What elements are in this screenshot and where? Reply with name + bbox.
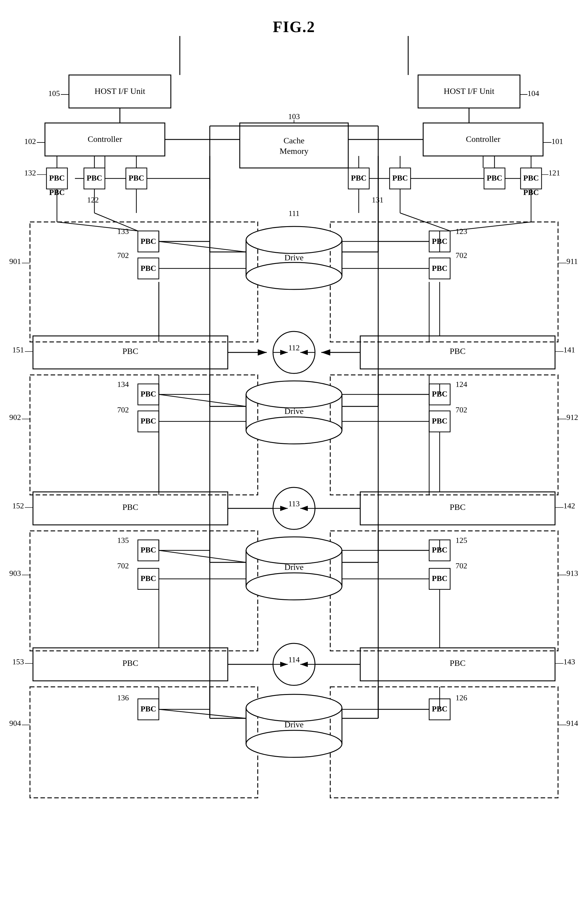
svg-text:PBC: PBC (140, 546, 156, 554)
ref-123: 123 (456, 227, 467, 236)
svg-point-80 (246, 417, 342, 444)
ref-914: 914 (566, 719, 578, 728)
svg-text:PBC: PBC (49, 174, 65, 182)
svg-point-145 (246, 694, 342, 721)
svg-text:PBC: PBC (129, 174, 144, 182)
svg-line-91 (159, 394, 246, 407)
svg-line-199 (57, 222, 138, 231)
svg-point-46 (246, 262, 342, 290)
page: FIG.2 HOST I/F Unit 105 (0, 0, 588, 901)
controller-right-label: Controller (466, 134, 501, 144)
ref-102: 102 (24, 137, 36, 146)
ref-125: 125 (456, 536, 467, 545)
ref-122: 122 (87, 196, 99, 204)
ref-114: 114 (288, 655, 300, 664)
pbc-151-label: PBC (123, 346, 138, 356)
ref-912: 912 (566, 413, 578, 422)
cache-memory-label: Cache (283, 136, 305, 145)
ref-702-lb: 702 (117, 561, 129, 570)
ref-134: 134 (117, 380, 129, 389)
svg-text:PBC: PBC (487, 174, 502, 182)
svg-point-112 (246, 537, 342, 564)
svg-line-57 (159, 242, 246, 252)
diagram-container: HOST I/F Unit 105 HOST I/F Unit 104 Cont… (0, 36, 588, 894)
ref-901: 901 (9, 257, 21, 266)
ref-143: 143 (563, 658, 575, 666)
pbc-141-label: PBC (450, 346, 466, 356)
ref-126: 126 (456, 694, 467, 702)
svg-point-45 (246, 226, 342, 253)
ref-135: 135 (117, 536, 129, 545)
svg-line-153 (159, 709, 246, 719)
ref-105: 105 (48, 89, 60, 98)
ref-902: 902 (9, 413, 21, 422)
drive-3-label: Drive (285, 563, 303, 572)
svg-text:PBC: PBC (432, 416, 448, 425)
drive-2-label: Drive (285, 407, 303, 416)
svg-text:PBC: PBC (140, 237, 156, 246)
svg-line-124 (159, 550, 246, 563)
ref-112: 112 (288, 343, 300, 352)
pbc-142-label: PBC (450, 502, 466, 512)
ref-904: 904 (9, 719, 21, 728)
ref-913: 913 (566, 569, 578, 578)
ref-124: 124 (456, 380, 467, 389)
ref-141: 141 (563, 346, 575, 354)
svg-point-79 (246, 381, 342, 408)
ref-142: 142 (563, 502, 575, 510)
ref-101: 101 (551, 137, 563, 146)
svg-rect-12 (240, 123, 348, 168)
ref-152: 152 (12, 502, 24, 510)
pbc-153-label: PBC (123, 658, 138, 668)
ref-702-rb: 702 (456, 561, 467, 570)
svg-text:PBC: PBC (523, 174, 539, 182)
svg-rect-143 (330, 687, 558, 798)
ref-702-lm: 702 (117, 405, 129, 414)
svg-point-146 (246, 730, 342, 757)
svg-text:PBC: PBC (140, 574, 156, 583)
diagram-svg: HOST I/F Unit 105 HOST I/F Unit 104 Cont… (0, 36, 588, 894)
cache-memory-label2: Memory (280, 147, 308, 156)
pbc-152-label: PBC (123, 502, 138, 512)
svg-text:PBC: PBC (140, 390, 156, 398)
svg-text:PBC: PBC (87, 174, 102, 182)
host-if-left-label: HOST I/F Unit (94, 86, 145, 96)
drive-4-label: Drive (285, 720, 303, 729)
svg-point-113 (246, 573, 342, 600)
ref-702-rt: 702 (456, 251, 467, 260)
controller-left-label: Controller (87, 134, 122, 144)
ref-151: 151 (12, 346, 24, 354)
ref-121: 121 (548, 168, 560, 177)
ref-103: 103 (288, 112, 300, 121)
ref-153: 153 (12, 658, 24, 666)
drive-1-label: Drive (285, 253, 303, 262)
ref-132: 132 (24, 168, 36, 177)
svg-text:PBC: PBC (351, 174, 367, 182)
ref-903: 903 (9, 569, 21, 578)
ref-702-rm: 702 (456, 405, 467, 414)
svg-text:PBC: PBC (392, 174, 408, 182)
ref-113: 113 (288, 499, 300, 508)
ref-911: 911 (566, 257, 578, 266)
svg-text:PBC: PBC (432, 574, 448, 583)
ref-111: 111 (288, 209, 299, 218)
ref-133: 133 (117, 227, 129, 236)
svg-text:PBC: PBC (432, 264, 448, 273)
svg-rect-141 (30, 687, 258, 798)
svg-line-202 (450, 222, 531, 231)
svg-text:PBC: PBC (140, 705, 156, 713)
ref-104: 104 (527, 89, 539, 98)
figure-title: FIG.2 (0, 0, 588, 36)
pbc-143-label: PBC (450, 658, 466, 668)
ref-702-lt: 702 (117, 251, 129, 260)
ref-131: 131 (372, 196, 384, 204)
svg-text:PBC: PBC (140, 416, 156, 425)
svg-text:PBC: PBC (140, 264, 156, 273)
ref-136: 136 (117, 694, 129, 702)
host-if-right-label: HOST I/F Unit (443, 86, 494, 96)
